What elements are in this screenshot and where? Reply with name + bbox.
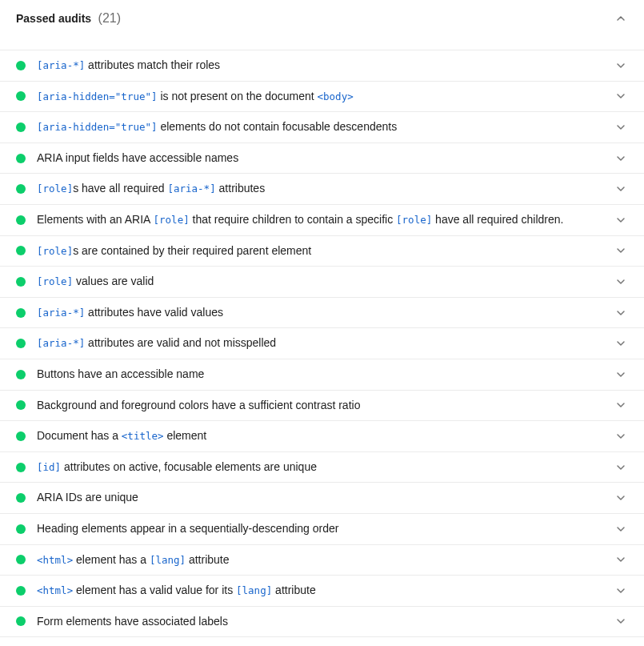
status-dot-pass [16, 91, 26, 101]
status-dot-pass [16, 154, 26, 163]
status-dot-pass [16, 184, 26, 194]
code-token: [aria-*] [37, 307, 85, 319]
status-dot-pass [16, 493, 26, 503]
status-dot-pass [16, 277, 26, 287]
audit-row[interactable]: ARIA input fields have accessible names [0, 142, 644, 174]
chevron-down-icon [614, 367, 628, 382]
audit-row[interactable]: [aria-hidden="true"] is not present on t… [0, 81, 644, 112]
chevron-down-icon [614, 182, 628, 196]
code-token: <title> [122, 430, 164, 442]
status-dot-pass [16, 524, 26, 534]
chevron-down-icon [614, 58, 628, 73]
chevron-down-icon [614, 306, 628, 320]
status-dot-pass [16, 61, 26, 70]
chevron-down-icon [614, 120, 628, 134]
passed-audits-header[interactable]: Passed audits (21) [0, 0, 644, 50]
chevron-down-icon [614, 584, 628, 598]
audit-title: [aria-*] attributes have valid values [37, 305, 602, 321]
chevron-down-icon [614, 275, 628, 289]
audit-row[interactable]: Heading elements appear in a sequentiall… [0, 513, 644, 544]
code-token: [lang] [236, 584, 272, 596]
chevron-up-icon [614, 11, 628, 26]
audit-title: [aria-*] attributes are valid and not mi… [37, 335, 602, 351]
audit-row[interactable]: Document has a <title> element [0, 420, 644, 451]
chevron-down-icon [614, 336, 628, 351]
header-title: Passed audits [16, 12, 91, 25]
status-dot-pass [16, 370, 26, 379]
status-dot-pass [16, 400, 26, 410]
chevron-down-icon [614, 429, 628, 443]
status-dot-pass [16, 122, 26, 132]
code-token: <body> [318, 90, 354, 102]
chevron-down-icon [614, 552, 628, 567]
audit-title: [aria-*] attributes match their roles [37, 58, 602, 74]
status-dot-pass [16, 431, 26, 441]
audit-row[interactable]: [aria-*] attributes are valid and not mi… [0, 327, 644, 359]
code-token: [aria-*] [167, 183, 215, 195]
audit-row[interactable]: <html> element has a [lang] attribute [0, 544, 644, 576]
status-dot-pass [16, 555, 26, 564]
audit-row[interactable]: [aria-*] attributes have valid values [0, 297, 644, 328]
header-text: Passed audits (21) [16, 11, 121, 26]
audit-row[interactable]: [aria-hidden="true"] elements do not con… [0, 111, 644, 142]
code-token: [aria-*] [37, 337, 85, 349]
code-token: [aria-hidden="true"] [37, 121, 158, 133]
audit-title: ARIA input fields have accessible names [37, 150, 602, 167]
chevron-down-icon [614, 491, 628, 505]
audit-row[interactable]: Elements with an ARIA [role] that requir… [0, 204, 644, 235]
code-token: <html> [37, 554, 73, 566]
audit-title: <html> element has a [lang] attribute [37, 552, 602, 568]
chevron-down-icon [614, 213, 628, 227]
status-dot-pass [16, 246, 26, 255]
audit-row[interactable]: [id] attributes on active, focusable ele… [0, 451, 644, 483]
audit-row[interactable]: Form elements have associated labels [0, 606, 644, 637]
chevron-down-icon [614, 522, 628, 536]
audit-row[interactable]: <html> element has a valid value for its… [0, 575, 644, 606]
audit-title: [role]s have all required [aria-*] attri… [37, 181, 602, 197]
audit-title: [role]s are contained by their required … [37, 243, 602, 259]
code-token: [role] [396, 214, 432, 226]
code-token: [role] [37, 275, 73, 287]
audit-title: [id] attributes on active, focusable ele… [37, 459, 602, 475]
status-dot-pass [16, 463, 26, 472]
audit-title: [aria-hidden="true"] elements do not con… [37, 119, 602, 135]
audit-title: Elements with an ARIA [role] that requir… [37, 212, 602, 228]
audit-list: [aria-*] attributes match their roles[ar… [0, 50, 644, 646]
audit-row[interactable]: [role] values are valid [0, 266, 644, 297]
code-token: [role] [37, 183, 73, 195]
audit-row[interactable]: [aria-*] attributes match their roles [0, 50, 644, 81]
audit-title: Form elements have associated labels [37, 614, 602, 630]
code-token: [role] [154, 214, 190, 226]
chevron-down-icon [614, 460, 628, 475]
chevron-down-icon [614, 398, 628, 412]
audit-row[interactable]: [role]s are contained by their required … [0, 235, 644, 267]
status-dot-pass [16, 586, 26, 596]
audit-title: Buttons have an accessible name [37, 367, 602, 383]
status-dot-pass [16, 616, 26, 626]
chevron-down-icon [614, 614, 628, 628]
audit-title: Background and foreground colors have a … [37, 398, 602, 414]
audit-row[interactable]: [role]s have all required [aria-*] attri… [0, 173, 644, 204]
code-token: <html> [37, 584, 73, 596]
status-dot-pass [16, 308, 26, 318]
code-token: [aria-*] [37, 59, 85, 71]
audit-title: [role] values are valid [37, 274, 602, 290]
audit-row[interactable]: [user-scalable="no"] is not used in the … [0, 636, 644, 646]
audit-title: Document has a <title> element [37, 428, 602, 444]
code-token: [aria-hidden="true"] [37, 90, 158, 102]
header-count: (21) [98, 11, 121, 25]
chevron-down-icon [614, 151, 628, 166]
audit-title: [aria-hidden="true"] is not present on t… [37, 89, 602, 105]
audit-row[interactable]: ARIA IDs are unique [0, 482, 644, 513]
audit-row[interactable]: Buttons have an accessible name [0, 359, 644, 390]
audit-title: Heading elements appear in a sequentiall… [37, 521, 602, 537]
code-token: [role] [37, 245, 73, 257]
status-dot-pass [16, 215, 26, 225]
code-token: [lang] [150, 554, 186, 566]
chevron-down-icon [614, 243, 628, 258]
audit-title: <html> element has a valid value for its… [37, 583, 602, 599]
code-token: [id] [37, 461, 61, 473]
chevron-down-icon [614, 89, 628, 103]
audit-row[interactable]: Background and foreground colors have a … [0, 390, 644, 421]
audit-title: ARIA IDs are unique [37, 490, 602, 506]
